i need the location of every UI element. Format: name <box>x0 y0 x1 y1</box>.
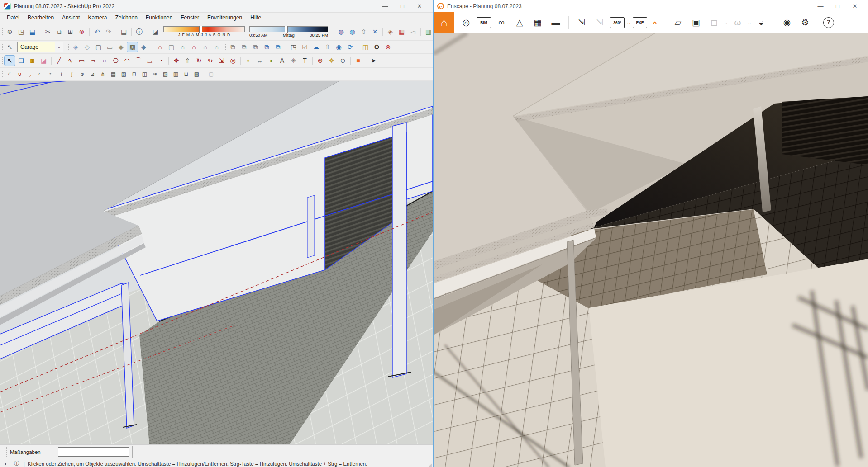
toggle-terrain-icon[interactable]: ◍ <box>347 27 358 37</box>
collapse-toolbar-chevron-icon[interactable]: ⌃ <box>650 17 660 33</box>
simplify-curve-icon[interactable]: ⊂ <box>36 69 45 79</box>
vr-headset-icon[interactable]: ◒ <box>754 15 769 30</box>
round-corner-icon[interactable]: ▨ <box>161 69 170 79</box>
offset-curve-icon[interactable]: ≈ <box>46 69 56 79</box>
polygon-tool-icon[interactable]: ⎔ <box>110 56 121 66</box>
circle-tool-icon[interactable]: ○ <box>99 56 110 66</box>
refresh-icon[interactable]: ⟳ <box>345 42 355 52</box>
panorama-360-export-icon[interactable]: 360° <box>610 17 625 28</box>
menu-erweiterungen[interactable]: Erweiterungen <box>203 14 246 22</box>
curve-from-path-icon[interactable]: ∫ <box>67 69 76 79</box>
favorite-views-icon[interactable]: ◎ <box>458 15 474 30</box>
shadow-time-control[interactable]: 03:50 AM Mittag 08:25 PM <box>249 26 328 38</box>
make-component-icon[interactable]: ❏ <box>16 56 26 66</box>
batch-export-icon[interactable]: ⇲ <box>592 15 607 30</box>
view-front-icon[interactable]: ⌂ <box>177 42 188 52</box>
three-point-arc-tool-icon[interactable]: ⌓ <box>144 56 155 66</box>
loft-tool-icon[interactable]: ⊓ <box>129 69 139 79</box>
enscape-viewport[interactable] <box>434 33 868 467</box>
menu-hilfe[interactable]: Hilfe <box>246 14 265 22</box>
claim-status-icon[interactable]: ◐ <box>2 461 10 467</box>
visual-settings-icon[interactable]: ◉ <box>779 15 795 30</box>
dimension-tool-icon[interactable]: ↔ <box>254 56 265 66</box>
undo-icon[interactable]: ↶ <box>92 27 102 37</box>
safe-frame-icon[interactable]: ▣ <box>688 15 704 30</box>
extrude-edges-by-rails-icon[interactable]: ▤ <box>109 69 118 79</box>
shadow-date-control[interactable]: J F M A M J J A S O N D <box>163 26 245 37</box>
extrude-edges-by-vector-icon[interactable]: ▧ <box>119 69 129 79</box>
maximize-button[interactable]: □ <box>829 3 846 9</box>
style-back-edges-icon[interactable]: ◇ <box>82 42 92 52</box>
move-tool-icon[interactable]: ✥ <box>171 56 181 66</box>
dynamic-component-interact-icon[interactable]: ⧉ <box>250 42 261 52</box>
menu-zeichnen[interactable]: Zeichnen <box>111 14 141 22</box>
component-placeholder-icon[interactable]: ▢ <box>206 69 216 79</box>
measurements-input[interactable] <box>58 447 129 457</box>
minimize-button[interactable]: — <box>812 3 829 9</box>
shadow-toggle-icon[interactable]: ◪ <box>150 27 161 37</box>
mini-map-icon[interactable]: ▱ <box>670 15 686 30</box>
import-file-icon[interactable]: ◳ <box>288 42 299 52</box>
model-upload-icon[interactable]: ⇧ <box>322 42 333 52</box>
menu-ansicht[interactable]: Ansicht <box>58 14 84 22</box>
sandbox-from-contours-icon[interactable]: ◈ <box>385 27 396 37</box>
intersect-faces-icon[interactable]: ⋔ <box>98 69 108 79</box>
enscape-home-icon[interactable]: ⌂ <box>434 12 454 33</box>
new-model-icon[interactable]: ⊕ <box>5 27 15 37</box>
paste-icon[interactable]: ⊞ <box>65 27 76 37</box>
lattice-tool-icon[interactable]: ▩ <box>192 69 201 79</box>
protractor-tool-icon[interactable]: ◖ <box>266 56 276 66</box>
arc-center-icon[interactable]: ⌀ <box>77 69 87 79</box>
enscape-objects-icon[interactable]: ■ <box>353 56 363 66</box>
asset-library-icon[interactable]: △ <box>512 15 527 30</box>
print-icon[interactable]: ▤ <box>119 27 129 37</box>
style-wireframe-icon[interactable]: ▢ <box>93 42 104 52</box>
shadow-time-slider[interactable] <box>249 26 328 32</box>
menu-kamera[interactable]: Kamera <box>84 14 111 22</box>
resize-grip[interactable]: ◢ <box>428 462 432 467</box>
view-iso-icon[interactable]: ⌂ <box>155 42 165 52</box>
close-button[interactable]: ✕ <box>846 3 863 9</box>
shadow-time-knob[interactable] <box>285 26 288 33</box>
freehand-tool-icon[interactable]: ∿ <box>65 56 76 66</box>
zoom-tool-icon[interactable]: ⊙ <box>338 56 348 66</box>
triangulate-icon[interactable]: ⊿ <box>88 69 97 79</box>
weld-edges-icon[interactable]: ≀ <box>57 69 66 79</box>
curve-divide-icon[interactable]: ◞ <box>25 69 35 79</box>
scene-combo[interactable]: Garage ⌄ <box>17 42 63 52</box>
menu-datei[interactable]: Datei <box>3 14 24 22</box>
maximize-button[interactable]: □ <box>394 3 411 9</box>
binoculars-view-icon[interactable]: ∞ <box>494 15 509 30</box>
import-geo-map-icon[interactable]: ▥ <box>423 27 433 37</box>
text-tool-icon[interactable]: A <box>277 56 287 66</box>
rotate-tool-icon[interactable]: ↻ <box>194 56 204 66</box>
two-point-arc-tool-icon[interactable]: ⌒ <box>133 56 143 66</box>
view-left-icon[interactable]: ⌂ <box>200 42 210 52</box>
sandbox-from-scratch-icon[interactable]: ▦ <box>396 27 407 37</box>
view-top-icon[interactable]: ▢ <box>166 42 176 52</box>
close-extension-icon[interactable]: ⊗ <box>383 42 393 52</box>
component-attributes-icon[interactable]: ⧉ <box>239 42 249 52</box>
cloud-upload-icon[interactable]: ☁ <box>311 42 321 52</box>
delete-icon[interactable]: ⊗ <box>76 27 87 37</box>
panorama-options-chevron-icon[interactable]: ⌄ <box>626 15 631 30</box>
scale-tool-icon[interactable]: ⇲ <box>216 56 227 66</box>
cut-icon[interactable]: ✂ <box>43 27 53 37</box>
style-monochrome-icon[interactable]: ◆ <box>138 42 149 52</box>
info-status-icon[interactable]: ⓘ <box>13 460 21 467</box>
menu-fenster[interactable]: Fenster <box>176 14 203 22</box>
orbit-tool-icon[interactable]: ⊛ <box>315 56 325 66</box>
standalone-exe-export-icon[interactable]: EXE <box>633 17 647 28</box>
style-hidden-line-icon[interactable]: ▭ <box>105 42 115 52</box>
push-pull-tool-icon[interactable]: ⇑ <box>182 56 193 66</box>
style-shaded-textures-icon[interactable]: ▩ <box>127 42 138 52</box>
combo-dropdown-icon[interactable]: ⌄ <box>55 42 63 52</box>
pan-tool-icon[interactable]: ❖ <box>326 56 337 66</box>
rectangle-tool-icon[interactable]: ▭ <box>76 56 87 66</box>
sketchup-titlebar[interactable]: Planung 08.07.2023 - SketchUp Pro 2022 —… <box>0 0 433 13</box>
arc-tool-icon[interactable]: ◠ <box>122 56 132 66</box>
menu-funktionen[interactable]: Funktionen <box>142 14 176 22</box>
video-editor-icon[interactable]: ▬ <box>548 15 563 30</box>
enscape-titlebar[interactable]: e Enscape - Planung 08.07.2023 — □ ✕ <box>434 0 868 12</box>
model-info-icon[interactable]: ⓘ <box>134 27 144 37</box>
